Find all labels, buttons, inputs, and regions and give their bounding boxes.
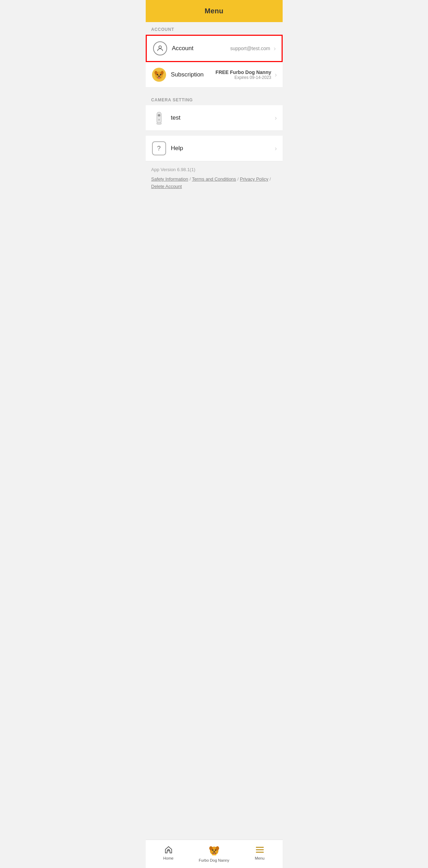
separator-2 <box>146 131 283 136</box>
help-question-icon: ? <box>152 141 166 155</box>
camera-section-label: CAMERA SETTING <box>146 93 283 105</box>
camera-menu-item[interactable]: test › <box>146 105 283 131</box>
separator-1 <box>146 88 283 93</box>
help-item-right: › <box>274 145 277 152</box>
camera-icon-wrap <box>151 110 167 126</box>
svg-point-7 <box>158 77 160 79</box>
svg-rect-8 <box>157 112 161 124</box>
svg-point-11 <box>158 119 160 121</box>
subscription-plan: FREE Furbo Dog Nanny <box>216 69 271 75</box>
link-separator-1: / <box>190 176 192 182</box>
footer-area: App Version 6.98.1(1) Safety Information… <box>146 161 283 197</box>
terms-conditions-link[interactable]: Terms and Conditions <box>192 176 236 182</box>
account-chevron-icon: › <box>274 45 276 52</box>
safety-information-link[interactable]: Safety Information <box>151 176 189 182</box>
help-item-content: Help <box>171 145 274 152</box>
svg-point-4 <box>157 74 158 75</box>
account-section-label: ACCOUNT <box>146 22 283 35</box>
account-email: support@test.com <box>230 46 270 51</box>
app-header: Menu <box>146 0 283 22</box>
svg-point-5 <box>160 74 161 75</box>
subscription-item-content: Subscription <box>171 71 216 78</box>
link-separator-3: / <box>270 176 271 182</box>
help-icon-wrap: ? <box>151 141 167 156</box>
help-item-title: Help <box>171 145 274 152</box>
svg-point-6 <box>158 76 160 77</box>
camera-chevron-icon: › <box>275 114 277 122</box>
subscription-expiry: Expires 09-14-2023 <box>216 75 271 80</box>
account-item-title: Account <box>172 45 230 52</box>
svg-point-12 <box>156 123 162 125</box>
account-item-content: Account <box>172 45 230 52</box>
camera-item-title: test <box>171 114 274 121</box>
account-person-icon <box>153 41 167 55</box>
camera-item-content: test <box>171 114 274 121</box>
subscription-item-right: FREE Furbo Dog Nanny Expires 09-14-2023 … <box>216 69 277 80</box>
camera-item-right: › <box>274 114 277 122</box>
subscription-menu-item[interactable]: Subscription FREE Furbo Dog Nanny Expire… <box>146 62 283 88</box>
account-icon-wrap <box>152 41 168 56</box>
account-menu-item[interactable]: Account support@test.com › <box>146 35 283 62</box>
app-version-text: App Version 6.98.1(1) <box>151 167 277 172</box>
dog-avatar-icon <box>152 68 166 82</box>
delete-account-link[interactable]: Delete Account <box>151 184 182 189</box>
footer-links: Safety Information / Terms and Condition… <box>151 176 277 190</box>
help-menu-item[interactable]: ? Help › <box>146 136 283 161</box>
subscription-chevron-icon: › <box>275 71 277 79</box>
privacy-policy-link[interactable]: Privacy Policy <box>240 176 268 182</box>
help-chevron-icon: › <box>275 145 277 152</box>
subscription-item-title: Subscription <box>171 71 216 78</box>
furbo-device-icon <box>152 110 166 126</box>
svg-point-0 <box>159 46 161 48</box>
account-item-right: support@test.com › <box>230 45 276 52</box>
svg-point-10 <box>158 114 160 116</box>
subscription-icon-wrap <box>151 67 167 82</box>
header-title: Menu <box>205 7 223 15</box>
